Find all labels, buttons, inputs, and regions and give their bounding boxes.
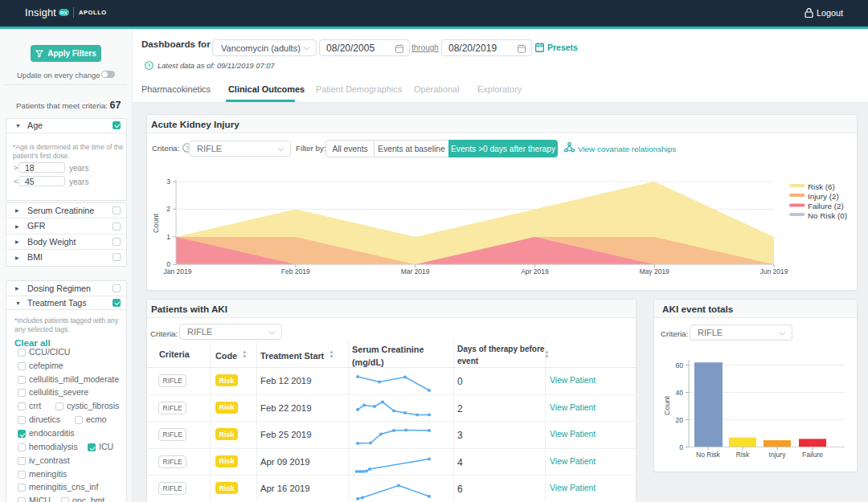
svg-text:40: 40	[676, 389, 684, 397]
svg-text:3: 3	[166, 178, 170, 186]
svg-text:Injury: Injury	[769, 451, 787, 459]
svg-text:Jan 2019: Jan 2019	[164, 267, 192, 275]
svg-text:No Risk (0): No Risk (0)	[808, 211, 847, 220]
svg-text:Apr 2019: Apr 2019	[521, 267, 549, 275]
svg-text:Failure: Failure	[802, 451, 823, 459]
svg-text:No Risk: No Risk	[696, 451, 721, 459]
svg-text:1: 1	[166, 233, 170, 241]
svg-text:60: 60	[676, 361, 684, 369]
svg-text:Jun 2019: Jun 2019	[760, 267, 788, 275]
svg-text:20: 20	[676, 416, 684, 424]
svg-text:0: 0	[679, 443, 683, 451]
svg-text:Risk: Risk	[736, 451, 750, 459]
svg-text:Feb 2019: Feb 2019	[281, 267, 310, 275]
svg-text:May 2019: May 2019	[640, 267, 670, 275]
svg-text:Injury (2): Injury (2)	[808, 192, 839, 201]
svg-text:Mar 2019: Mar 2019	[401, 267, 430, 275]
svg-text:Failure (2): Failure (2)	[808, 202, 844, 210]
svg-text:Risk (6): Risk (6)	[808, 182, 835, 191]
svg-text:Count: Count	[663, 396, 671, 416]
svg-text:2: 2	[166, 205, 170, 213]
svg-text:Count: Count	[152, 214, 160, 234]
